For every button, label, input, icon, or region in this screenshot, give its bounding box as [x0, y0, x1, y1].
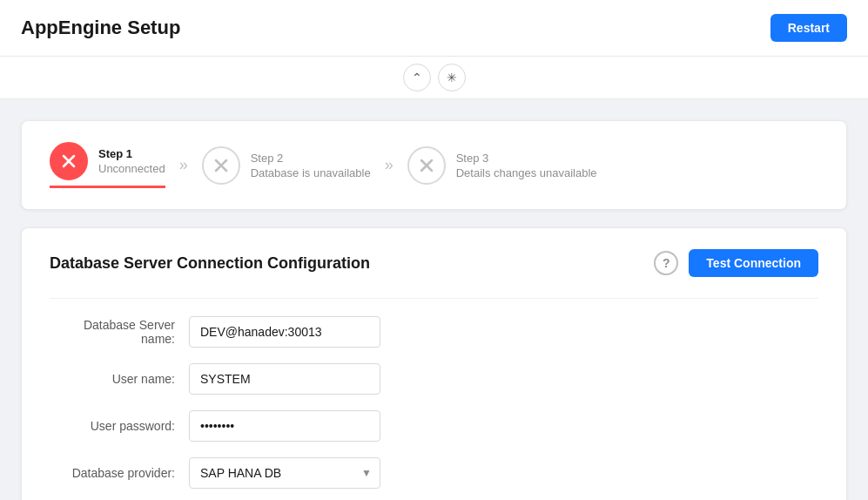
help-icon-button[interactable]: ? — [654, 251, 678, 275]
pin-button[interactable]: ✳ — [438, 64, 466, 91]
step-2-error-icon — [212, 157, 230, 174]
step-2-item: Step 2 Database is unavailable — [202, 146, 371, 185]
form-row-provider: Database provider: SAP HANA DB MSSQL MyS… — [50, 457, 818, 489]
provider-select-wrapper: SAP HANA DB MSSQL MySQL PostgreSQL ▼ — [189, 457, 380, 489]
step-3-label: Step 3 — [456, 152, 597, 165]
form-row-password: User password: — [50, 410, 818, 442]
form-row-username: User name: — [50, 363, 818, 395]
server-input[interactable] — [189, 316, 380, 348]
toolbar-strip: ⌃ ✳ — [0, 57, 868, 99]
form-row-server: Database Server name: — [50, 316, 818, 348]
step-1-icon — [50, 142, 88, 180]
step-1-label: Step 1 — [98, 147, 165, 160]
config-header: Database Server Connection Configuration… — [50, 249, 818, 277]
provider-select[interactable]: SAP HANA DB MSSQL MySQL PostgreSQL — [189, 457, 380, 489]
username-label: User name: — [50, 372, 189, 386]
step-3-sublabel: Details changes unavailable — [456, 166, 597, 179]
step-1-sublabel: Unconnected — [98, 162, 165, 175]
username-input[interactable] — [189, 363, 380, 395]
collapse-button[interactable]: ⌃ — [403, 64, 431, 91]
pin-icon: ✳ — [447, 71, 457, 84]
password-input[interactable] — [189, 410, 380, 442]
server-label: Database Server name: — [50, 318, 189, 346]
form-divider — [50, 298, 818, 299]
app-title: AppEngine Setup — [21, 17, 180, 39]
step-2-info: Step 2 Database is unavailable — [251, 152, 371, 179]
step-3-info: Step 3 Details changes unavailable — [456, 152, 597, 179]
step-3-error-icon — [418, 157, 435, 174]
password-label: User password: — [50, 419, 189, 433]
step-1-item: Step 1 Unconnected — [50, 142, 165, 188]
config-header-right: ? Test Connection — [654, 249, 818, 277]
step-arrow-1: » — [165, 156, 202, 174]
steps-container: Step 1 Unconnected » Step 2 Database is … — [50, 142, 818, 188]
up-arrow-icon: ⌃ — [412, 71, 422, 84]
step-3-item: Step 3 Details changes unavailable — [407, 146, 597, 185]
step-2-sublabel: Database is unavailable — [251, 166, 371, 179]
step-2-icon — [202, 146, 240, 185]
step-1-info: Step 1 Unconnected — [98, 147, 165, 175]
step-1-error-icon — [59, 152, 78, 171]
app-header: AppEngine Setup Restart — [0, 0, 868, 57]
step-arrow-2: » — [371, 156, 407, 174]
provider-label: Database provider: — [50, 466, 189, 480]
step-3-icon — [407, 146, 446, 185]
config-card: Database Server Connection Configuration… — [21, 227, 847, 500]
main-content: Step 1 Unconnected » Step 2 Database is … — [0, 99, 868, 500]
restart-button[interactable]: Restart — [770, 14, 847, 42]
test-connection-button[interactable]: Test Connection — [689, 249, 818, 277]
config-title: Database Server Connection Configuration — [50, 254, 370, 273]
step-2-label: Step 2 — [251, 152, 371, 165]
steps-card: Step 1 Unconnected » Step 2 Database is … — [21, 120, 847, 210]
